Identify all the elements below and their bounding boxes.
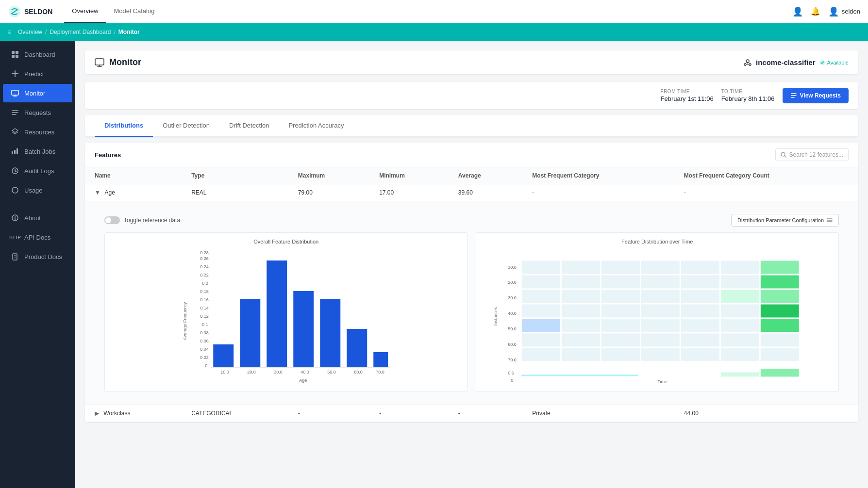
sidebar-item-audit-logs[interactable]: Audit Logs (3, 162, 72, 180)
workclass-mfcc-cell: 44.00 (674, 405, 858, 422)
tab-prediction-accuracy[interactable]: Prediction Accuracy (279, 115, 353, 137)
svg-rect-60 (641, 275, 680, 289)
sidebar-item-resources[interactable]: Resources (3, 123, 72, 141)
svg-text:30.0: 30.0 (274, 370, 283, 374)
svg-text:0.26: 0.26 (200, 256, 209, 261)
nav-tab-overview[interactable]: Overview (64, 0, 106, 23)
sidebar-item-usage[interactable]: Usage (3, 181, 72, 199)
page-title: Monitor (109, 57, 141, 67)
table-row: ▶ Workclass CATEGORICAL - - - Private 44… (85, 405, 858, 422)
svg-rect-50 (521, 260, 560, 274)
config-icon (827, 217, 833, 223)
svg-text:20.0: 20.0 (508, 280, 517, 285)
sidebar-item-requests[interactable]: Requests (3, 103, 72, 122)
svg-rect-80 (601, 319, 640, 332)
svg-rect-6 (12, 151, 13, 154)
top-nav: SELDON Overview Model Catalog 👤 🔔 👤 seld… (0, 0, 868, 23)
breadcrumb-deployment[interactable]: Deployment Dashboard (50, 29, 111, 35)
sidebar-item-monitor[interactable]: Monitor (3, 84, 72, 102)
sidebar-usage-label: Usage (24, 187, 43, 194)
sidebar-item-predict[interactable]: Predict (3, 65, 72, 83)
bar-50 (320, 299, 340, 367)
col-average: Average (449, 167, 523, 184)
svg-text:40.0: 40.0 (508, 311, 517, 316)
from-time-value: February 1st 11:06 (661, 95, 714, 102)
menu-icon[interactable]: ≡ (8, 29, 11, 35)
svg-text:0.2: 0.2 (202, 281, 208, 286)
svg-text:20.0: 20.0 (247, 370, 256, 374)
svg-text:50.0: 50.0 (327, 370, 336, 374)
config-button[interactable]: Distribution Parameter Configuration (731, 214, 839, 227)
svg-rect-90 (720, 333, 759, 347)
svg-text:0.18: 0.18 (200, 289, 209, 294)
features-panel: Features Search 12 features... Name Type… (85, 143, 858, 422)
svg-text:0.02: 0.02 (200, 355, 209, 360)
svg-text:Time: Time (657, 379, 667, 384)
svg-point-15 (749, 64, 751, 65)
svg-rect-92 (521, 348, 560, 361)
svg-rect-75 (681, 304, 719, 318)
sidebar-monitor-label: Monitor (24, 90, 45, 97)
user-avatar-icon: 👤 (828, 6, 839, 17)
svg-rect-98 (760, 348, 799, 361)
tab-drift-detection[interactable]: Drift Detection (219, 115, 279, 137)
from-time-label: From Time (661, 89, 714, 94)
svg-rect-61 (681, 275, 719, 289)
sidebar-item-api-docs[interactable]: HTTP API Docs (3, 228, 72, 246)
age-type-cell: REAL (182, 184, 288, 201)
tabs-bar: Distributions Outlier Detection Drift De… (85, 115, 858, 137)
sidebar-item-batch-jobs[interactable]: Batch Jobs (3, 142, 72, 161)
svg-rect-76 (720, 304, 759, 318)
logo[interactable]: SELDON (8, 5, 52, 18)
sidebar-item-dashboard[interactable]: Dashboard (3, 45, 72, 64)
bar-20 (240, 299, 260, 367)
to-time-field: To Time February 8th 11:06 (721, 89, 775, 102)
sidebar-audit-logs-label: Audit Logs (24, 167, 54, 175)
svg-text:10.0: 10.0 (508, 265, 517, 270)
age-expand-button[interactable]: ▼ (95, 189, 100, 196)
tab-distributions[interactable]: Distributions (95, 115, 153, 137)
page-title-area: Monitor (95, 57, 141, 67)
svg-rect-3 (12, 55, 15, 58)
workclass-expand-button[interactable]: ▶ (95, 410, 99, 417)
classifier-icon (743, 58, 752, 67)
svg-rect-70 (760, 290, 799, 303)
tab-outlier-detection[interactable]: Outlier Detection (153, 115, 219, 137)
to-time-label: To Time (721, 89, 775, 94)
view-requests-button[interactable]: View Requests (783, 88, 849, 103)
breadcrumb-overview[interactable]: Overview (18, 29, 42, 35)
sidebar-requests-label: Requests (24, 109, 51, 116)
svg-text:0.22: 0.22 (200, 273, 209, 277)
workclass-type-cell: CATEGORICAL (182, 405, 288, 422)
col-name: Name (85, 167, 182, 184)
age-name-cell: ▼ Age (85, 184, 182, 201)
svg-text:30.0: 30.0 (508, 295, 517, 300)
nav-tab-model-catalog[interactable]: Model Catalog (106, 0, 163, 23)
svg-rect-65 (561, 290, 600, 303)
svg-text:10.0: 10.0 (220, 370, 229, 374)
layers-icon (11, 128, 19, 136)
search-box[interactable]: Search 12 features... (775, 148, 849, 161)
toggle-reference-data[interactable] (104, 216, 120, 224)
from-time-field: From Time February 1st 11:06 (661, 89, 714, 102)
svg-rect-73 (601, 304, 640, 318)
svg-text:0: 0 (205, 363, 207, 368)
bar-70 (373, 352, 388, 367)
sidebar-item-product-docs[interactable]: Product Docs (3, 247, 72, 266)
overall-chart-title: Overall Feature Distribution (111, 239, 462, 244)
sidebar-item-about[interactable]: About (3, 209, 72, 227)
user-icon: 👤 (792, 6, 803, 17)
nav-user[interactable]: 👤 seldon (828, 6, 860, 17)
features-header: Features Search 12 features... (85, 143, 858, 167)
svg-rect-96 (681, 348, 719, 361)
bell-icon[interactable]: 🔔 (811, 7, 820, 16)
svg-rect-66 (601, 290, 640, 303)
time-chart-svg: 10.0 20.0 30.0 40.0 50.0 60.0 70.0 (482, 248, 833, 384)
bar-chart-icon (11, 147, 19, 156)
svg-text:Average Frequency: Average Frequency (183, 302, 187, 340)
svg-rect-57 (521, 275, 560, 289)
svg-rect-8 (17, 148, 18, 154)
col-mfc: Most Frequent Category (522, 167, 674, 184)
workclass-name: Workclass (103, 410, 130, 417)
nav-right: 👤 🔔 👤 seldon (792, 6, 860, 17)
